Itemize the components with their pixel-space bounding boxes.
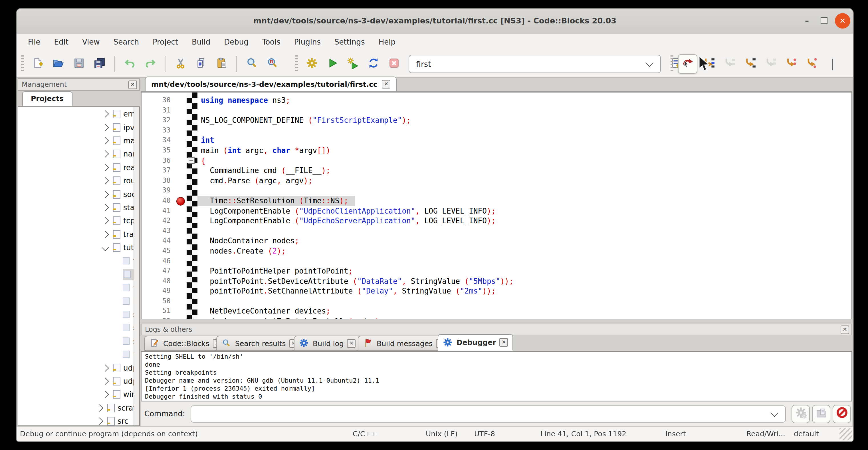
paste-button[interactable] <box>212 55 230 73</box>
build-and-run-button[interactable] <box>344 55 362 73</box>
rebuild-button[interactable] <box>364 55 382 73</box>
code-line-33[interactable]: 33 <box>142 126 851 136</box>
tree-scrollbar[interactable] <box>133 108 139 425</box>
tree-item-se[interactable]: se <box>18 321 139 335</box>
code-line-31[interactable]: 31 <box>142 106 851 115</box>
tree-item-sock[interactable]: sock <box>18 188 139 201</box>
code-line-32[interactable]: 32NS_LOG_COMPONENT_DEFINE ("FirstScriptE… <box>142 115 851 125</box>
next-instruction-button[interactable] <box>782 55 800 73</box>
code-line-42[interactable]: 42 LogComponentEnable ("UdpEchoServerApp… <box>142 216 851 226</box>
maximize-button[interactable] <box>817 8 832 33</box>
chevron-right-icon[interactable] <box>101 364 109 371</box>
line-number[interactable]: 30 <box>142 95 176 106</box>
toolbar-grip[interactable] <box>671 55 673 72</box>
code-line-40[interactable]: 40 Time::SetResolution (Time::NS); <box>142 196 851 206</box>
code-editor[interactable]: 30using namespace ns3;3132NS_LOG_COMPONE… <box>141 92 852 319</box>
command-combo[interactable] <box>191 405 786 422</box>
chevron-right-icon[interactable] <box>101 217 109 224</box>
menu-item-file[interactable]: File <box>21 34 48 51</box>
tree-item-trafl[interactable]: trafl <box>18 228 139 241</box>
line-number[interactable]: 43 <box>142 226 176 236</box>
chevron-right-icon[interactable] <box>101 177 109 184</box>
redo-button[interactable] <box>141 55 159 73</box>
chevron-right-icon[interactable] <box>101 124 109 131</box>
code-line-43[interactable]: 43 <box>142 226 851 236</box>
menu-item-tools[interactable]: Tools <box>255 34 287 51</box>
tree-item-rout[interactable]: rout <box>18 174 139 188</box>
debug-continue-button[interactable] <box>678 54 698 74</box>
logs-close-icon[interactable]: ✕ <box>841 325 849 334</box>
line-number[interactable]: 37 <box>142 166 176 176</box>
editor-tab-close-icon[interactable]: ✕ <box>382 80 391 89</box>
tree-item-udp[interactable]: udp <box>18 361 139 374</box>
tree-item-nam[interactable]: nam <box>18 147 139 161</box>
tree-item-he[interactable]: he <box>18 294 139 308</box>
line-number[interactable]: 36 <box>142 156 176 166</box>
menu-item-project[interactable]: Project <box>146 34 185 51</box>
log-tab-code-blocks[interactable]: Code::Blocks✕ <box>144 336 226 351</box>
log-tab-close-icon[interactable]: ✕ <box>347 339 356 348</box>
replace-button[interactable]: R <box>263 55 281 73</box>
line-number[interactable]: 46 <box>142 256 176 266</box>
menu-item-view[interactable]: View <box>75 34 107 51</box>
line-number[interactable]: 42 <box>142 216 176 226</box>
toolbar-grip[interactable] <box>21 55 24 72</box>
resize-grip[interactable] <box>839 428 852 440</box>
title-bar[interactable]: mnt/dev/tools/source/ns-3-dev/examples/t… <box>17 8 853 34</box>
line-number[interactable]: 44 <box>142 236 176 246</box>
chevron-right-icon[interactable] <box>101 137 109 144</box>
save-all-files-button[interactable] <box>90 55 108 73</box>
chevron-right-icon[interactable] <box>96 404 103 412</box>
command-input[interactable] <box>191 409 767 419</box>
tree-item-tcp[interactable]: tcp <box>18 214 139 228</box>
build-target-dropdown-icon[interactable] <box>645 59 653 67</box>
save-file-button[interactable] <box>70 55 88 73</box>
tree-item-tuto[interactable]: tuto <box>18 241 139 254</box>
tree-item-fo[interactable]: fo <box>18 281 139 294</box>
breakpoint-marker[interactable] <box>176 197 185 205</box>
editor-tab-first-cc[interactable]: mnt/dev/tools/source/ns-3-dev/examples/t… <box>145 77 397 91</box>
log-tab-build-messages[interactable]: Build messages✕ <box>358 336 450 351</box>
find-button[interactable] <box>243 55 261 73</box>
line-number[interactable]: 31 <box>142 106 176 115</box>
chevron-right-icon[interactable] <box>101 164 109 171</box>
tree-item-six[interactable]: six <box>18 334 139 348</box>
code-line-37[interactable]: 37 CommandLine cmd (__FILE__); <box>142 166 851 176</box>
code-line-41[interactable]: 41 LogComponentEnable ("UdpEchoClientApp… <box>142 206 851 216</box>
step-out-button[interactable] <box>761 55 779 73</box>
chevron-down-icon[interactable] <box>101 244 109 251</box>
tree-item-udp[interactable]: udp- <box>18 374 139 388</box>
menu-item-build[interactable]: Build <box>185 34 217 51</box>
log-tab-debugger[interactable]: Debugger✕ <box>438 334 513 351</box>
menu-item-help[interactable]: Help <box>372 34 402 51</box>
chevron-right-icon[interactable] <box>101 190 109 198</box>
tree-item-src[interactable]: src <box>18 415 139 426</box>
tree-item-se[interactable]: se <box>18 308 139 321</box>
tree-item-erro[interactable]: erro <box>18 108 139 121</box>
code-line-38[interactable]: 38 cmd.Parse (argc, argv); <box>142 176 851 186</box>
fold-collapse-icon[interactable] <box>188 157 195 164</box>
line-number[interactable]: 34 <box>142 136 176 146</box>
chevron-right-icon[interactable] <box>96 418 103 425</box>
debugger-output[interactable]: Setting SHELL to '/bin/sh'doneSetting br… <box>141 351 852 401</box>
code-line-36[interactable]: 36{ <box>142 156 851 166</box>
tree-item-scratch[interactable]: scratch <box>18 401 139 415</box>
tree-item-fir[interactable]: fir <box>18 268 139 281</box>
step-into-button[interactable] <box>741 55 759 73</box>
code-line-48[interactable]: 48 pointToPoint.SetDeviceAttribute ("Dat… <box>142 276 851 286</box>
tree-item-ipv6[interactable]: ipv6 <box>18 121 139 134</box>
line-number[interactable]: 48 <box>142 276 176 286</box>
log-tab-search-results[interactable]: Search results✕ <box>216 336 303 351</box>
cut-button[interactable] <box>171 55 189 73</box>
tree-item-mat[interactable]: mat <box>18 134 139 148</box>
menu-item-edit[interactable]: Edit <box>48 34 75 51</box>
chevron-right-icon[interactable] <box>101 150 109 158</box>
line-number[interactable]: 35 <box>142 146 176 156</box>
build-button[interactable] <box>303 55 321 73</box>
minimize-button[interactable]: – <box>800 8 814 33</box>
code-line-45[interactable]: 45 nodes.Create (2); <box>142 246 851 256</box>
line-number[interactable]: 40 <box>142 196 176 206</box>
tree-item-fif[interactable]: fif <box>18 254 139 268</box>
next-line-button[interactable] <box>720 55 739 73</box>
code-line-46[interactable]: 46 <box>142 256 851 266</box>
